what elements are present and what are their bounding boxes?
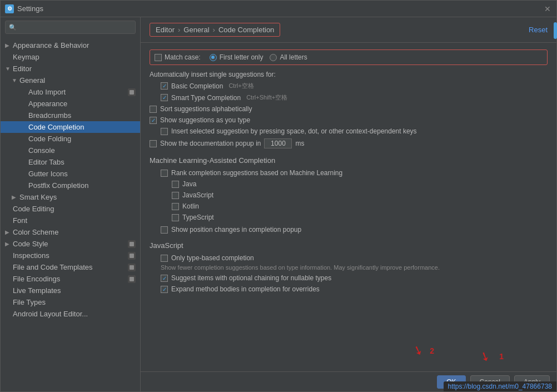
sidebar-item-console[interactable]: Console (1, 145, 140, 156)
basic-completion-checkbox[interactable] (161, 82, 168, 90)
sidebar-item-file-code-templates[interactable]: File and Code Templates (1, 261, 140, 273)
radio-all-letters[interactable]: All letters (270, 53, 307, 61)
expand-arrow: ▶ (12, 194, 18, 200)
show-position-row: Show position changes in completion popu… (150, 226, 548, 234)
radio-all-letters-button[interactable] (270, 54, 277, 61)
sidebar-item-inspections[interactable]: Inspections (1, 250, 140, 261)
typescript-label: TypeScript (182, 214, 214, 221)
expand-arrow: ▶ (5, 229, 12, 235)
expand-arrow (21, 136, 27, 142)
java-checkbox[interactable] (172, 181, 179, 188)
sidebar-item-breadcrumbs[interactable]: Breadcrumbs (1, 110, 140, 121)
modified-badge (128, 252, 136, 260)
reset-button[interactable]: Reset (529, 26, 548, 34)
insert-selected-row: Insert selected suggestion by pressing s… (150, 127, 548, 135)
radio-first-letter[interactable]: First letter only (210, 53, 263, 61)
smart-completion-shortcut: Ctrl+Shift+空格 (246, 93, 287, 102)
radio-first-letter-button[interactable] (210, 54, 217, 61)
javascript-checkbox[interactable] (172, 192, 179, 199)
sidebar-item-postfix-completion[interactable]: Postfix Completion (1, 180, 140, 191)
breadcrumb-part2: General (183, 26, 209, 34)
expand-arrow (21, 171, 27, 177)
svg-rect-3 (130, 265, 134, 270)
settings-tree: ▶ Appearance & Behavior Keymap ▼ Editor … (1, 37, 140, 391)
sort-alpha-label: Sort suggestions alphabetically (160, 105, 252, 113)
insert-selected-checkbox[interactable] (161, 128, 168, 135)
breadcrumb-box: Editor › General › Code Completion (150, 23, 280, 37)
show-suggestions-label: Show suggestions as you type (160, 116, 250, 124)
sidebar-item-general[interactable]: ▼ General (1, 75, 140, 86)
basic-completion-shortcut: Ctrl+空格 (228, 82, 254, 90)
sidebar-item-file-types[interactable]: File Types (1, 296, 140, 308)
expand-arrow (21, 182, 27, 188)
doc-popup-row: Show the documentation popup in 1000 ms (150, 138, 548, 148)
sidebar-item-code-folding[interactable]: Code Folding (1, 133, 140, 145)
java-row: Java (150, 180, 548, 188)
scroll-indicator (554, 22, 556, 39)
only-type-based-row: Only type-based completion (150, 254, 548, 262)
doc-popup-input[interactable]: 1000 (264, 138, 292, 148)
typescript-row: TypeScript (150, 214, 548, 221)
svg-rect-2 (130, 254, 134, 258)
sidebar-item-gutter-icons[interactable]: Gutter Icons (1, 168, 140, 180)
settings-content: Match case: First letter only All letter… (141, 43, 556, 371)
doc-popup-checkbox[interactable] (150, 140, 157, 147)
main-content: 🔍 ▶ Appearance & Behavior Keymap ▼ Edito… (1, 17, 556, 391)
sidebar-item-editor-tabs[interactable]: Editor Tabs (1, 156, 140, 168)
sort-alpha-checkbox[interactable] (150, 106, 157, 113)
sort-alpha-row: Sort suggestions alphabetically (150, 105, 548, 113)
ml-section-header: Machine Learning-Assisted Completion (150, 156, 548, 165)
show-position-label: Show position changes in completion popu… (171, 226, 301, 234)
suggest-chaining-checkbox[interactable] (161, 275, 168, 282)
search-box[interactable]: 🔍 (5, 21, 136, 34)
sidebar-item-editor[interactable]: ▼ Editor (1, 63, 140, 75)
sidebar-item-auto-import[interactable]: Auto Import (1, 86, 140, 98)
javascript-label: JavaScript (182, 191, 213, 199)
sidebar-item-code-editing[interactable]: Code Editing (1, 203, 140, 215)
match-case-checkbox[interactable] (155, 54, 162, 61)
breadcrumb-sep1: › (178, 26, 180, 34)
kotlin-checkbox[interactable] (172, 203, 179, 210)
doc-popup-label: Show the documentation popup in (160, 140, 261, 147)
sidebar-item-appearance-behavior[interactable]: ▶ Appearance & Behavior (1, 39, 140, 51)
modified-badge (128, 264, 136, 271)
expand-arrow (21, 112, 27, 118)
expand-arrow: ▼ (12, 77, 18, 83)
expand-arrow (21, 89, 27, 95)
expand-arrow (21, 101, 27, 107)
auto-insert-header: Automatically insert single suggestions … (150, 71, 548, 78)
svg-rect-0 (130, 90, 134, 95)
sidebar-item-smart-keys[interactable]: ▶ Smart Keys (1, 191, 140, 203)
smart-completion-checkbox[interactable] (161, 94, 168, 101)
expand-arrow (5, 206, 12, 212)
sidebar-item-keymap[interactable]: Keymap (1, 51, 140, 63)
app-icon: ⚙ (5, 4, 14, 13)
sidebar-item-android-layout[interactable]: Android Layout Editor... (1, 308, 140, 320)
sidebar-item-live-templates[interactable]: Live Templates (1, 285, 140, 296)
rank-ml-checkbox[interactable] (161, 170, 168, 177)
match-case-label[interactable]: Match case: (155, 53, 201, 61)
match-case-text: Match case: (165, 53, 201, 61)
sidebar-item-code-completion[interactable]: Code Completion (1, 121, 140, 133)
svg-rect-4 (130, 277, 134, 281)
sidebar-item-font[interactable]: Font (1, 215, 140, 226)
only-type-based-checkbox[interactable] (161, 255, 168, 262)
kotlin-row: Kotlin (150, 202, 548, 210)
settings-window: ⚙ Settings ✕ 🔍 ▶ Appearance & Behavior K… (0, 0, 557, 392)
expand-arrow (5, 217, 12, 224)
sidebar-item-file-encodings[interactable]: File Encodings (1, 273, 140, 285)
sidebar-item-appearance[interactable]: Appearance (1, 98, 140, 110)
bottom-wrapper: OK Cancel Apply https://blog.csdn.net/m0… (141, 371, 556, 391)
close-button[interactable]: ✕ (543, 4, 552, 13)
expand-method-checkbox[interactable] (161, 286, 168, 293)
expand-arrow (5, 287, 12, 294)
search-input[interactable] (19, 23, 132, 31)
smart-completion-label: Smart Type Completion (171, 94, 241, 102)
expand-arrow (21, 147, 27, 153)
show-position-checkbox[interactable] (161, 226, 168, 234)
sidebar-item-code-style[interactable]: ▶ Code Style (1, 238, 140, 250)
show-suggestions-checkbox[interactable] (150, 117, 157, 124)
search-icon: 🔍 (9, 24, 17, 31)
sidebar-item-color-scheme[interactable]: ▶ Color Scheme (1, 226, 140, 238)
typescript-checkbox[interactable] (172, 214, 179, 221)
